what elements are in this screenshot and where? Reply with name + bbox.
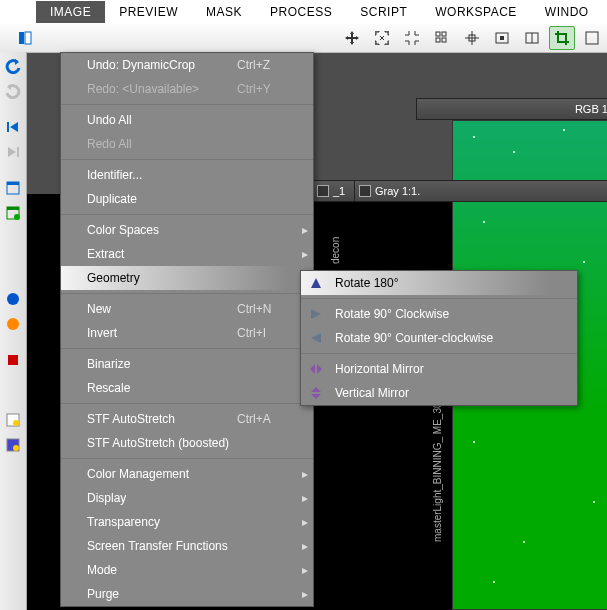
panel-blue-icon[interactable]: [2, 177, 24, 199]
menu-mode[interactable]: Mode▸: [61, 558, 313, 582]
rgb-window-title[interactable]: RGB 1:: [416, 98, 607, 120]
svg-rect-3: [442, 32, 446, 36]
window-menu-icon[interactable]: [317, 185, 329, 197]
menu-color-spaces[interactable]: Color Spaces▸: [61, 218, 313, 242]
vertical-mirror-icon: [301, 386, 331, 400]
toolbar: [0, 24, 607, 53]
menu-display[interactable]: Display▸: [61, 486, 313, 510]
menubar-item-script[interactable]: SCRIPT: [346, 1, 421, 23]
svg-rect-1: [25, 32, 31, 44]
fit-icon[interactable]: [369, 26, 395, 50]
window-center-icon[interactable]: [489, 26, 515, 50]
menu-stf[interactable]: STF AutoStretchCtrl+A: [61, 407, 313, 431]
svg-point-19: [7, 293, 19, 305]
under-window-title-text: _1: [333, 185, 345, 197]
toolbar-last-icon[interactable]: [579, 26, 605, 50]
rotate-90-ccw-icon: [301, 331, 331, 345]
svg-rect-2: [436, 32, 440, 36]
horizontal-mirror-icon: [301, 362, 331, 376]
gray-window-title-text: Gray 1:1.: [375, 185, 420, 197]
submenu-rotate-90-ccw[interactable]: Rotate 90° Counter-clockwise: [301, 326, 577, 350]
menubar-item-workspace[interactable]: WORKSPACE: [421, 1, 531, 23]
menubar-item-window[interactable]: WINDO: [531, 1, 603, 23]
menubar: IMAGE PREVIEW MASK PROCESS SCRIPT WORKSP…: [0, 0, 607, 25]
menu-transparency[interactable]: Transparency▸: [61, 510, 313, 534]
decon-vtext: decon: [330, 204, 341, 264]
stretch-icon[interactable]: [2, 409, 24, 431]
menu-geometry[interactable]: Geometry▸: [61, 266, 313, 290]
crop-icon[interactable]: [549, 26, 575, 50]
skip-back-icon[interactable]: [2, 116, 24, 138]
svg-rect-8: [500, 36, 504, 40]
window-menu-icon[interactable]: [359, 185, 371, 197]
menu-binarize[interactable]: Binarize: [61, 352, 313, 376]
menubar-item-preview[interactable]: PREVIEW: [105, 1, 192, 23]
menu-new[interactable]: NewCtrl+N: [61, 297, 313, 321]
under-window-title[interactable]: _1: [312, 180, 356, 202]
menu-color-management[interactable]: Color Management▸: [61, 462, 313, 486]
svg-point-20: [7, 318, 19, 330]
svg-rect-5: [442, 38, 446, 42]
menubar-item-mask[interactable]: MASK: [192, 1, 256, 23]
skip-forward-icon[interactable]: [2, 141, 24, 163]
svg-rect-13: [17, 147, 19, 157]
center-icon[interactable]: [459, 26, 485, 50]
menu-redo-all: Redo All: [61, 132, 313, 156]
undo-icon[interactable]: [2, 55, 24, 77]
left-toolbar: [0, 52, 27, 610]
svg-rect-11: [586, 32, 598, 44]
menu-duplicate[interactable]: Duplicate: [61, 187, 313, 211]
submenu-rotate-180[interactable]: Rotate 180°: [301, 271, 577, 295]
image-menu: Undo: DynamicCropCtrl+Z Redo: <Unavailab…: [60, 52, 314, 607]
svg-rect-21: [8, 355, 18, 365]
menu-screen-transfer-functions[interactable]: Screen Transfer Functions▸: [61, 534, 313, 558]
menu-rescale[interactable]: Rescale▸: [61, 376, 313, 400]
rgb-window-title-text: RGB 1:: [575, 103, 607, 115]
orange-blob-icon[interactable]: [2, 313, 24, 335]
menu-extract[interactable]: Extract▸: [61, 242, 313, 266]
menu-undo[interactable]: Undo: DynamicCropCtrl+Z: [61, 53, 313, 77]
svg-rect-4: [436, 38, 440, 42]
redo-icon[interactable]: [2, 80, 24, 102]
menu-invert[interactable]: InvertCtrl+I: [61, 321, 313, 345]
svg-point-18: [14, 214, 20, 220]
blue-blob-icon[interactable]: [2, 288, 24, 310]
rotate-180-icon: [301, 276, 331, 290]
svg-rect-12: [7, 122, 9, 132]
rotate-90-cw-icon: [301, 307, 331, 321]
menubar-item-process[interactable]: PROCESS: [256, 1, 346, 23]
window-layout-icon[interactable]: [519, 26, 545, 50]
svg-point-23: [13, 420, 19, 426]
move-icon[interactable]: [339, 26, 365, 50]
geometry-submenu: Rotate 180° Rotate 90° Clockwise Rotate …: [300, 270, 578, 406]
menu-undo-all[interactable]: Undo All: [61, 108, 313, 132]
menu-purge[interactable]: Purge▸: [61, 582, 313, 606]
svg-rect-17: [7, 207, 19, 210]
toolbar-workspace-icon[interactable]: [12, 26, 38, 50]
submenu-horizontal-mirror[interactable]: Horizontal Mirror: [301, 357, 577, 381]
menu-identifier[interactable]: Identifier...: [61, 163, 313, 187]
menu-stf-boosted[interactable]: STF AutoStretch (boosted): [61, 431, 313, 455]
gray-window-title[interactable]: Gray 1:1.: [354, 180, 607, 202]
stretch-boost-icon[interactable]: [2, 434, 24, 456]
submenu-rotate-90-cw[interactable]: Rotate 90° Clockwise: [301, 302, 577, 326]
grid-icon[interactable]: [429, 26, 455, 50]
submenu-vertical-mirror[interactable]: Vertical Mirror: [301, 381, 577, 405]
svg-point-25: [13, 445, 19, 451]
menu-redo: Redo: <Unavailable>Ctrl+Y: [61, 77, 313, 101]
red-square-icon[interactable]: [2, 349, 24, 371]
menubar-item-image[interactable]: IMAGE: [36, 1, 105, 23]
collapse-icon[interactable]: [399, 26, 425, 50]
svg-rect-0: [19, 32, 24, 44]
panel-green-icon[interactable]: [2, 202, 24, 224]
svg-rect-15: [7, 182, 19, 185]
